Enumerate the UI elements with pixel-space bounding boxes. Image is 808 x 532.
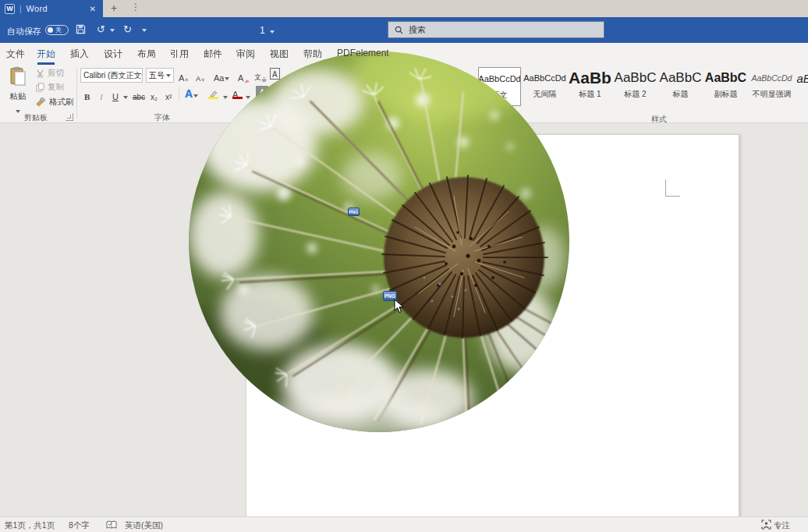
- paste-button[interactable]: 粘贴: [3, 66, 33, 112]
- dandelion-photo: [189, 51, 569, 432]
- word-logo-icon: W: [5, 4, 15, 14]
- clear-formatting-button[interactable]: A: [238, 69, 250, 83]
- font-size-select[interactable]: 五号: [146, 68, 174, 83]
- mouse-cursor: [394, 299, 404, 314]
- style-subtle-emphasis[interactable]: AaBbCcDd 不明显强调: [750, 67, 794, 106]
- character-border-button[interactable]: A: [270, 68, 280, 80]
- underline-caret-icon[interactable]: [123, 96, 128, 99]
- group-divider: [76, 67, 77, 119]
- tab-file[interactable]: 文件: [6, 48, 25, 61]
- subscript-button[interactable]: x₂: [151, 87, 158, 101]
- window-tab-strip: W | Word ✕ + ⋮: [0, 0, 808, 17]
- focus-mode-label[interactable]: 专注: [774, 520, 790, 531]
- tab-menu-icon[interactable]: ⋮: [131, 2, 141, 12]
- highlight-color-button[interactable]: [208, 86, 221, 99]
- search-placeholder: 搜索: [409, 24, 426, 36]
- underline-button[interactable]: U: [112, 87, 119, 101]
- paste-label: 粘贴: [3, 91, 33, 102]
- font-size-value: 五号: [149, 70, 165, 81]
- tab-help[interactable]: 帮助: [303, 48, 322, 61]
- text-effects-caret-icon: [193, 94, 198, 98]
- tab-insert[interactable]: 插入: [70, 48, 89, 61]
- cut-label: 剪切: [48, 68, 64, 79]
- shrink-mark: ˅: [201, 77, 204, 83]
- font-color-caret-icon[interactable]: [246, 96, 250, 99]
- italic-button[interactable]: I: [100, 87, 103, 101]
- proofing-icon[interactable]: [106, 520, 117, 531]
- copy-label: 复制: [48, 82, 64, 93]
- change-case-button[interactable]: Aa: [214, 69, 229, 83]
- font-size-caret-icon: [166, 74, 171, 77]
- window-tab-word[interactable]: W | Word ✕: [0, 0, 103, 17]
- copy-icon: [36, 83, 44, 92]
- word-count[interactable]: 8个字: [69, 520, 90, 531]
- font-name-value: Calibri (西文正文: [83, 70, 141, 81]
- redo-icon[interactable]: ↻: [123, 23, 132, 35]
- tab-mailings[interactable]: 邮件: [204, 48, 222, 61]
- status-bar: 第1页，共1页 8个字 英语(美国) 专注: [0, 516, 808, 532]
- focus-mode-icon[interactable]: [761, 520, 771, 531]
- format-painter-icon: [36, 98, 46, 107]
- phonetic-guide-button[interactable]: 文w̌: [254, 69, 266, 83]
- style-subtitle[interactable]: AaBbC 副标题: [704, 67, 747, 106]
- format-painter-label: 格式刷: [49, 97, 74, 108]
- highlight-caret-icon[interactable]: [223, 96, 228, 99]
- search-input[interactable]: 搜索: [388, 21, 604, 38]
- image-format-badge: PNG: [348, 207, 360, 216]
- phonetic-mark: w̌: [262, 77, 266, 83]
- text-boundary-mark: [665, 179, 680, 197]
- inserted-picture-dandelion[interactable]: [189, 51, 569, 432]
- font-name-select[interactable]: Calibri (西文正文: [80, 68, 143, 83]
- style-heading-1[interactable]: AaBb 标题 1: [569, 67, 611, 106]
- tab-references[interactable]: 引用: [170, 48, 189, 61]
- strikethrough-button[interactable]: abc: [133, 87, 145, 101]
- style-title[interactable]: AaBbC 标题: [659, 67, 702, 106]
- tab-design[interactable]: 设计: [104, 48, 122, 61]
- tab-layout[interactable]: 布局: [137, 48, 156, 61]
- shrink-font-button[interactable]: A˅: [196, 69, 204, 83]
- style-emphasis[interactable]: AaBbCcDd 强调: [796, 67, 808, 106]
- qat-customize-icon[interactable]: [142, 29, 147, 32]
- highlight-color-bar: [208, 97, 218, 99]
- autosave-state: 关: [55, 27, 62, 34]
- doc-indicator-caret: [270, 30, 275, 34]
- format-painter-button[interactable]: 格式刷: [36, 96, 74, 108]
- bold-button[interactable]: B: [84, 87, 90, 101]
- font-color-button[interactable]: A: [232, 86, 243, 99]
- font-divider: [179, 87, 179, 101]
- font-color-bar: [232, 97, 243, 99]
- superscript-button[interactable]: x²: [165, 87, 172, 101]
- text-effects-button[interactable]: A: [185, 86, 198, 100]
- font-group-label: 字体: [84, 112, 240, 123]
- autosave-toggle[interactable]: 关: [45, 25, 69, 35]
- window-tab-title: Word: [27, 4, 87, 13]
- undo-icon[interactable]: ↺: [97, 23, 105, 35]
- word-application-window: W | Word ✕ + ⋮ 自动保存 关 ↺ ↻ 1 搜索 文件 开始 插入: [0, 0, 808, 532]
- clipboard-dialog-launcher-icon[interactable]: [66, 113, 73, 121]
- tab-separator: |: [19, 5, 22, 13]
- tab-pdfelement[interactable]: PDFelement: [337, 48, 389, 59]
- close-tab-icon[interactable]: ✕: [87, 5, 98, 13]
- page-info[interactable]: 第1页，共1页: [5, 520, 55, 531]
- toggle-knob: [48, 27, 53, 33]
- save-icon[interactable]: [76, 24, 86, 37]
- document-indicator[interactable]: 1: [260, 25, 275, 36]
- undo-dropdown-icon[interactable]: [110, 29, 115, 32]
- copy-button[interactable]: 复制: [36, 81, 64, 94]
- autosave-label: 自动保存: [7, 26, 41, 37]
- style-heading-2[interactable]: AaBbC 标题 2: [614, 67, 657, 106]
- font-name-caret-icon: [141, 74, 143, 77]
- title-bar: 自动保存 关 ↺ ↻ 1 搜索: [0, 17, 808, 43]
- cut-button[interactable]: 剪切: [36, 67, 64, 80]
- styles-group-label: 样式: [640, 114, 679, 125]
- tab-review[interactable]: 审阅: [236, 48, 255, 61]
- clipboard-group-label: 剪贴板: [0, 112, 72, 123]
- search-icon: [395, 26, 403, 34]
- tab-view[interactable]: 视图: [270, 48, 289, 61]
- style-no-spacing[interactable]: AaBbCcDd 无间隔: [523, 67, 566, 106]
- language-indicator[interactable]: 英语(美国): [125, 520, 163, 531]
- tab-home[interactable]: 开始: [37, 48, 55, 61]
- new-tab-button[interactable]: +: [111, 2, 117, 14]
- grow-font-button[interactable]: A˄: [179, 69, 188, 83]
- scissors-icon: [36, 69, 44, 78]
